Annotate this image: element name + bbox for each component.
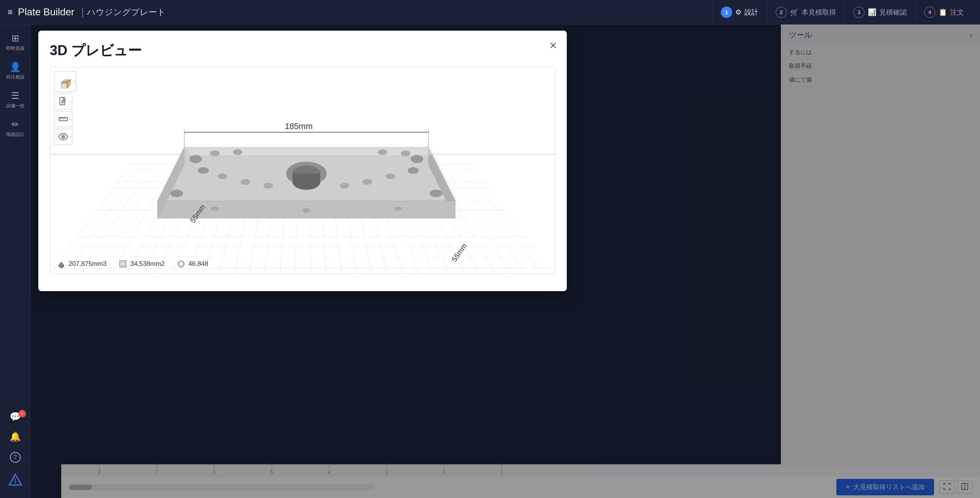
svg-point-15 — [401, 151, 410, 156]
step-3-icon: 📊 — [868, 8, 876, 16]
svg-rect-11 — [293, 174, 320, 182]
stat-volume-value: 207,875mm3 — [69, 260, 106, 268]
eye-btn[interactable]: › — [54, 129, 72, 145]
menu-icon[interactable]: ≡ — [8, 7, 13, 17]
svg-point-26 — [170, 190, 183, 197]
volume-icon — [57, 260, 65, 268]
svg-text:185mm: 185mm — [285, 121, 313, 131]
svg-point-53 — [62, 136, 64, 138]
svg-text:55mm: 55mm — [450, 242, 468, 263]
svg-point-18 — [386, 174, 395, 179]
sidebar-item-chat[interactable]: 💬 2 › — [2, 407, 29, 427]
modal-title: 3D プレビュー — [50, 41, 555, 60]
equipment-icon: ☰ — [11, 91, 20, 100]
svg-point-27 — [430, 190, 442, 197]
stat-polygons: 46,848 — [177, 260, 208, 268]
svg-marker-7 — [184, 147, 436, 155]
sidebar-item-consult[interactable]: 👤 特注相談 — [2, 57, 29, 86]
svg-rect-57 — [120, 261, 126, 267]
orientation-cube-icon — [57, 74, 73, 89]
sidebar-expand-quick-quote: › — [28, 41, 29, 45]
logo-icon — [8, 473, 22, 487]
step-4-label: 注文 — [950, 8, 964, 17]
svg-point-16 — [198, 167, 209, 174]
sidebar-logo: › — [2, 468, 29, 493]
notifications-icon: 🔔 — [10, 432, 21, 441]
chat-badge: 2 — [18, 410, 26, 418]
ruler-btn[interactable]: › — [54, 111, 72, 127]
step-1-label: 設計 — [744, 8, 758, 17]
sidebar-label-consult: 特注相談 — [6, 74, 25, 80]
modal-close-button[interactable]: × — [550, 39, 557, 51]
stat-volume: 207,875mm3 — [57, 260, 106, 268]
sidebar-item-equipment[interactable]: ☰ 設備一括 — [2, 86, 29, 115]
svg-point-30 — [394, 207, 402, 211]
ruler-expand-arrow: › — [70, 117, 71, 121]
step-1-icon: ⚙ — [735, 8, 741, 16]
help-icon: ? — [10, 452, 21, 463]
svg-point-12 — [210, 151, 219, 156]
area-icon — [119, 260, 127, 268]
file-btn[interactable]: › — [54, 93, 72, 110]
svg-point-28 — [211, 207, 219, 211]
svg-point-13 — [233, 149, 242, 155]
svg-point-24 — [190, 155, 202, 163]
step-2-label: 本見積取得 — [802, 8, 836, 17]
simple-design-icon: ✏ — [11, 120, 19, 129]
sidebar-label-quick-quote: 即時見積 — [6, 45, 25, 52]
step-3[interactable]: 3 📊 見積確認 — [844, 0, 915, 25]
svg-point-20 — [241, 179, 250, 185]
step-2-icon: 🛒 — [790, 8, 798, 16]
quick-quote-icon: ⊞ — [11, 34, 19, 43]
modal-overlay: 3D プレビュー × — [31, 25, 980, 498]
sidebar: ⊞ 即時見積 › 👤 特注相談 ☰ 設備一括 ✏ 簡易設計 💬 2 › 🔔 › … — [0, 25, 31, 498]
ruler-icon — [58, 114, 68, 124]
svg-point-17 — [218, 174, 227, 179]
stat-area: 34,538mm2 — [119, 260, 165, 268]
svg-point-21 — [263, 183, 273, 188]
stat-area-value: 34,538mm2 — [130, 260, 165, 268]
polygon-icon — [177, 260, 185, 268]
header-subtitle: ハウジングプレート — [87, 7, 166, 18]
file-expand-arrow: › — [70, 100, 71, 104]
svg-rect-43 — [60, 97, 65, 105]
orientation-widget-btn[interactable]: › — [54, 71, 76, 92]
header-separator: | — [81, 6, 84, 18]
main-content: ツール › するには 取得手続 値にて備 3D プレビュー × — [31, 25, 980, 498]
3d-viewer[interactable]: 185mm 55mm 55mm — [50, 67, 555, 274]
step-3-label: 見積確認 — [879, 8, 907, 17]
sidebar-item-help[interactable]: ? › — [2, 447, 29, 468]
step-1[interactable]: 1 ⚙ 設計 — [712, 0, 767, 25]
svg-point-23 — [363, 179, 372, 185]
eye-expand-arrow: › — [70, 135, 71, 139]
sidebar-label-equipment: 設備一括 — [6, 103, 25, 109]
plate-3d-svg: 185mm 55mm 55mm — [50, 67, 555, 274]
viewer-stats: 207,875mm3 34,538mm2 — [57, 260, 208, 268]
sidebar-item-notifications[interactable]: 🔔 › — [2, 427, 29, 447]
svg-marker-37 — [61, 83, 67, 88]
header-steps: 1 ⚙ 設計 2 🛒 本見積取得 3 📊 見積確認 4 📋 注文 — [712, 0, 972, 25]
chat-expand: › — [28, 415, 29, 419]
step-2-num: 2 — [775, 7, 787, 18]
svg-point-25 — [411, 155, 423, 163]
svg-point-29 — [303, 209, 310, 213]
sidebar-item-simple-design[interactable]: ✏ 簡易設計 — [2, 115, 29, 143]
notifications-expand: › — [28, 435, 29, 439]
header-bar: ≡ Plate Builder | ハウジングプレート 1 ⚙ 設計 2 🛒 本… — [0, 0, 980, 25]
app-title: Plate Builder — [18, 6, 74, 18]
stat-polygon-value: 46,848 — [188, 260, 208, 268]
step-4[interactable]: 4 📋 注文 — [915, 0, 972, 25]
step-2[interactable]: 2 🛒 本見積取得 — [767, 0, 844, 25]
step-1-num: 1 — [721, 7, 732, 18]
svg-point-22 — [340, 183, 349, 188]
logo-expand: › — [28, 478, 29, 483]
viewer-controls: › › — [54, 71, 76, 145]
file-icon — [58, 97, 68, 106]
step-3-num: 3 — [853, 7, 865, 18]
consult-icon: 👤 — [10, 62, 21, 72]
sidebar-label-simple-design: 簡易設計 — [6, 131, 25, 138]
svg-point-19 — [408, 167, 419, 174]
svg-rect-58 — [121, 262, 124, 265]
sidebar-item-quick-quote[interactable]: ⊞ 即時見積 › — [2, 28, 29, 57]
eye-icon — [58, 132, 68, 142]
